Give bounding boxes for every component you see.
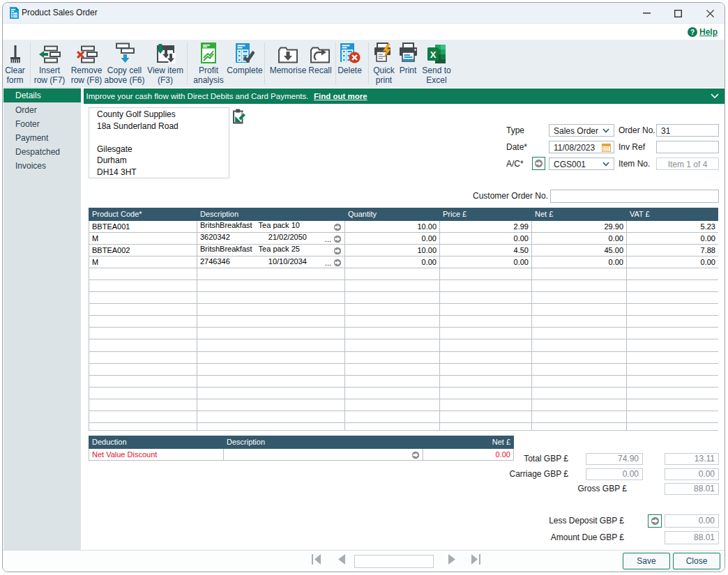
svg-text:X: X xyxy=(430,49,437,60)
svg-text:?: ? xyxy=(690,29,695,36)
